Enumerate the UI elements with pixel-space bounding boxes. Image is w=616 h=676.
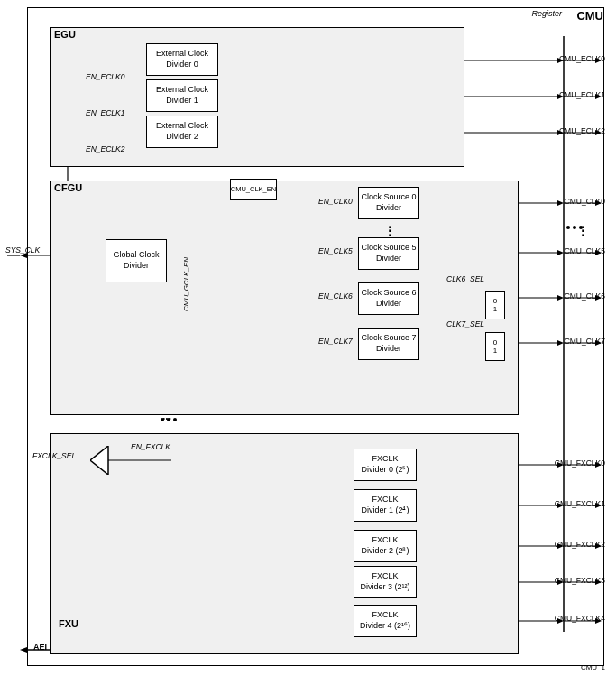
fxclk-divider-4: FXCLK Divider 4 (2¹⁶) (354, 605, 417, 637)
fxu-bus-dots: ··· (162, 412, 171, 425)
cmu-fxclk1-label: CMU_FXCLK1 (555, 499, 605, 508)
egu-label: EGU (54, 29, 76, 40)
svg-marker-99 (20, 647, 27, 653)
clock-source-5-divider: Clock Source 5 Divider (358, 237, 419, 270)
clock-source-7-divider: Clock Source 7 Divider (358, 328, 419, 360)
cmu-eclk1-label: CMU_ECLK1 (559, 90, 605, 99)
en-eclk0-label: EN_ECLK0 (86, 72, 124, 81)
fxclk-divider-2: FXCLK Divider 2 (2⁸) (354, 530, 417, 562)
cmu-clk0-label: CMU_CLK0 (565, 197, 605, 206)
en-clk0-label: EN_CLK0 (318, 197, 353, 206)
en-clk5-label: EN_CLK5 (318, 246, 353, 255)
output-dots-cfgu: ⋮ (576, 224, 591, 238)
fxclk-divider-0: FXCLK Divider 0 (2⁵) (354, 449, 417, 481)
cfgu-label: CFGU (54, 182, 82, 193)
svg-marker-128 (90, 446, 108, 475)
cmu-eclk0-label: CMU_ECLK0 (559, 54, 605, 63)
ext-clock-divider-2: External Clock Divider 2 (146, 116, 218, 148)
cmu-fxclk0-label: CMU_FXCLK0 (555, 458, 605, 468)
cmu-fxclk3-label: CMU_FXCLK3 (555, 576, 605, 585)
sys-clk-label: SYS_CLK (5, 245, 40, 255)
en-clk6-label: EN_CLK6 (318, 292, 353, 301)
diagram: CMU Register EGU External Clock Divider … (0, 0, 616, 676)
ext-clock-divider-0: External Clock Divider 0 (146, 43, 218, 76)
clk6-sel-label: CLK6_SEL (446, 274, 484, 283)
en-eclk1-label: EN_ECLK1 (86, 108, 124, 117)
cmu-clk6-label: CMU_CLK6 (565, 292, 605, 301)
cmu-gclk-en-label: CMU_GCLK_EN (182, 257, 190, 311)
en-eclk2-label: EN_ECLK2 (86, 144, 124, 153)
en-clk7-label: EN_CLK7 (318, 337, 353, 346)
input-dots-cfgu: ⋮ (383, 224, 398, 238)
cmu-clk7-label: CMU_CLK7 (565, 337, 605, 346)
global-clock-divider: Global Clock Divider (106, 239, 167, 282)
cmu-clk5-label: CMU_CLK5 (565, 246, 605, 255)
fxclk-divider-1: FXCLK Divider 1 (2⁴) (354, 489, 417, 522)
cmu-eclk2-label: CMU_ECLK2 (559, 126, 605, 135)
clk7-sel-label: CLK7_SEL (446, 319, 484, 329)
ext-clock-divider-1: External Clock Divider 1 (146, 79, 218, 112)
cmu-1-label: CMU_1 (581, 663, 605, 671)
clock-source-0-divider: Clock Source 0 Divider (358, 187, 419, 219)
cmu-fxclk4-label: CMU_FXCLK4 (555, 614, 605, 623)
fxclk-sel-mux (90, 446, 171, 475)
register-label: Register (531, 9, 562, 18)
clk6-mux: 0 1 (485, 291, 505, 319)
cmu-fxclk2-label: CMU_FXCLK2 (555, 540, 605, 549)
clk7-mux: 0 1 (485, 332, 505, 361)
fxclk-divider-3: FXCLK Divider 3 (2¹²) (354, 566, 417, 598)
cmu-title: CMU (576, 9, 603, 23)
clock-source-6-divider: Clock Source 6 Divider (358, 282, 419, 315)
fxu-label: FXU (59, 618, 78, 629)
aei-label: AEI (33, 643, 47, 652)
cfgu-box (50, 181, 519, 415)
cmu-clk-en-block: CMU_CLK_EN (230, 179, 277, 200)
fxclk-sel-label: FXCLK_SEL (32, 451, 76, 460)
